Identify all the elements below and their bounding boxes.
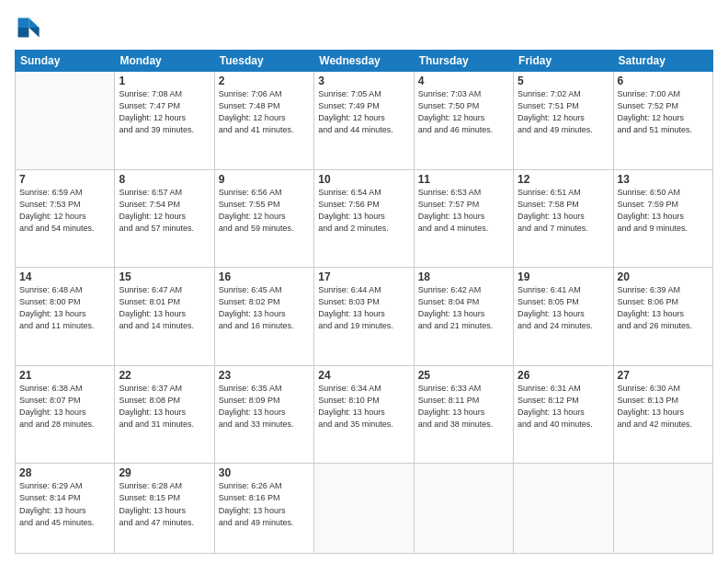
calendar-cell: 15Sunrise: 6:47 AMSunset: 8:01 PMDayligh… <box>115 268 214 366</box>
day-info: Sunrise: 6:29 AMSunset: 8:14 PMDaylight:… <box>19 480 110 528</box>
day-number: 25 <box>418 369 509 382</box>
daylight-text-line1: Daylight: 12 hours <box>119 112 210 124</box>
day-info: Sunrise: 6:30 AMSunset: 8:13 PMDaylight:… <box>618 383 709 431</box>
day-info: Sunrise: 6:48 AMSunset: 8:00 PMDaylight:… <box>19 284 110 332</box>
daylight-text-line2: and and 9 minutes. <box>618 223 709 235</box>
daylight-text-line2: and and 16 minutes. <box>219 320 310 332</box>
calendar-cell: 27Sunrise: 6:30 AMSunset: 8:13 PMDayligh… <box>613 365 712 464</box>
day-info: Sunrise: 7:02 AMSunset: 7:51 PMDaylight:… <box>518 88 609 136</box>
sunrise-text: Sunrise: 6:31 AM <box>518 383 609 395</box>
daylight-text-line1: Daylight: 12 hours <box>219 211 310 223</box>
calendar-cell: 28Sunrise: 6:29 AMSunset: 8:14 PMDayligh… <box>16 464 115 554</box>
calendar-cell: 29Sunrise: 6:28 AMSunset: 8:15 PMDayligh… <box>115 464 214 554</box>
calendar-cell: 7Sunrise: 6:59 AMSunset: 7:53 PMDaylight… <box>16 169 115 268</box>
daylight-text-line2: and and 59 minutes. <box>219 223 310 235</box>
sunrise-text: Sunrise: 7:02 AM <box>518 88 609 100</box>
daylight-text-line1: Daylight: 13 hours <box>219 407 310 419</box>
day-number: 18 <box>418 270 509 283</box>
sunset-text: Sunset: 8:12 PM <box>518 395 609 407</box>
day-number: 30 <box>219 466 310 479</box>
col-header-thursday: Thursday <box>414 51 513 72</box>
sunrise-text: Sunrise: 7:03 AM <box>418 88 509 100</box>
calendar-cell <box>16 72 115 170</box>
day-info: Sunrise: 7:06 AMSunset: 7:48 PMDaylight:… <box>219 88 310 136</box>
calendar: SundayMondayTuesdayWednesdayThursdayFrid… <box>15 50 713 554</box>
daylight-text-line2: and and 54 minutes. <box>19 223 110 235</box>
calendar-cell: 21Sunrise: 6:38 AMSunset: 8:07 PMDayligh… <box>16 365 115 464</box>
day-info: Sunrise: 7:03 AMSunset: 7:50 PMDaylight:… <box>418 88 509 136</box>
svg-marker-1 <box>28 28 39 38</box>
calendar-cell: 18Sunrise: 6:42 AMSunset: 8:04 PMDayligh… <box>414 268 513 366</box>
sunset-text: Sunset: 8:08 PM <box>119 395 210 407</box>
sunrise-text: Sunrise: 6:50 AM <box>618 187 709 199</box>
calendar-cell: 23Sunrise: 6:35 AMSunset: 8:09 PMDayligh… <box>214 365 313 464</box>
sunrise-text: Sunrise: 6:51 AM <box>518 187 609 199</box>
daylight-text-line2: and and 2 minutes. <box>318 223 409 235</box>
calendar-cell: 24Sunrise: 6:34 AMSunset: 8:10 PMDayligh… <box>314 365 414 464</box>
col-header-monday: Monday <box>115 51 214 72</box>
day-number: 23 <box>219 369 310 382</box>
sunset-text: Sunset: 8:14 PM <box>19 492 110 504</box>
day-info: Sunrise: 6:37 AMSunset: 8:08 PMDaylight:… <box>119 383 210 431</box>
sunset-text: Sunset: 8:15 PM <box>119 492 210 504</box>
daylight-text-line1: Daylight: 13 hours <box>418 407 509 419</box>
daylight-text-line2: and and 39 minutes. <box>119 124 210 136</box>
daylight-text-line2: and and 24 minutes. <box>518 320 609 332</box>
calendar-cell: 26Sunrise: 6:31 AMSunset: 8:12 PMDayligh… <box>514 365 613 464</box>
sunrise-text: Sunrise: 6:45 AM <box>219 284 310 296</box>
sunrise-text: Sunrise: 6:39 AM <box>618 284 709 296</box>
calendar-cell: 6Sunrise: 7:00 AMSunset: 7:52 PMDaylight… <box>613 72 712 170</box>
day-number: 20 <box>618 270 709 283</box>
sunrise-text: Sunrise: 6:38 AM <box>19 383 110 395</box>
sunset-text: Sunset: 7:48 PM <box>219 100 310 112</box>
sunset-text: Sunset: 8:16 PM <box>219 492 310 504</box>
sunset-text: Sunset: 8:07 PM <box>19 395 110 407</box>
sunrise-text: Sunrise: 6:35 AM <box>219 383 310 395</box>
daylight-text-line1: Daylight: 13 hours <box>19 308 110 320</box>
calendar-cell: 9Sunrise: 6:56 AMSunset: 7:55 PMDaylight… <box>214 169 313 268</box>
daylight-text-line2: and and 26 minutes. <box>618 320 709 332</box>
day-number: 9 <box>219 173 310 186</box>
week-row-2: 7Sunrise: 6:59 AMSunset: 7:53 PMDaylight… <box>16 169 713 268</box>
calendar-cell <box>514 464 613 554</box>
day-info: Sunrise: 6:54 AMSunset: 7:56 PMDaylight:… <box>318 187 409 235</box>
sunset-text: Sunset: 7:54 PM <box>119 199 210 211</box>
daylight-text-line1: Daylight: 13 hours <box>518 308 609 320</box>
sunrise-text: Sunrise: 6:44 AM <box>318 284 409 296</box>
daylight-text-line2: and and 11 minutes. <box>19 320 110 332</box>
day-number: 12 <box>518 173 609 186</box>
sunset-text: Sunset: 8:13 PM <box>618 395 709 407</box>
daylight-text-line1: Daylight: 13 hours <box>19 505 110 517</box>
day-info: Sunrise: 7:08 AMSunset: 7:47 PMDaylight:… <box>119 88 210 136</box>
calendar-cell: 14Sunrise: 6:48 AMSunset: 8:00 PMDayligh… <box>16 268 115 366</box>
day-number: 15 <box>119 270 210 283</box>
daylight-text-line2: and and 45 minutes. <box>19 517 110 529</box>
daylight-text-line2: and and 40 minutes. <box>518 419 609 431</box>
daylight-text-line1: Daylight: 12 hours <box>418 112 509 124</box>
day-info: Sunrise: 6:51 AMSunset: 7:58 PMDaylight:… <box>518 187 609 235</box>
sunset-text: Sunset: 8:09 PM <box>219 395 310 407</box>
sunset-text: Sunset: 8:10 PM <box>318 395 409 407</box>
day-number: 21 <box>19 369 110 382</box>
calendar-cell: 12Sunrise: 6:51 AMSunset: 7:58 PMDayligh… <box>514 169 613 268</box>
col-header-tuesday: Tuesday <box>214 51 313 72</box>
sunrise-text: Sunrise: 6:26 AM <box>219 480 310 492</box>
day-number: 4 <box>418 75 509 87</box>
daylight-text-line1: Daylight: 13 hours <box>418 308 509 320</box>
sunset-text: Sunset: 8:02 PM <box>219 296 310 308</box>
day-info: Sunrise: 6:39 AMSunset: 8:06 PMDaylight:… <box>618 284 709 332</box>
logo-icon <box>15 15 40 40</box>
sunset-text: Sunset: 8:06 PM <box>618 296 709 308</box>
day-number: 5 <box>518 75 609 87</box>
sunrise-text: Sunrise: 7:00 AM <box>618 88 709 100</box>
day-number: 27 <box>618 369 709 382</box>
sunrise-text: Sunrise: 7:08 AM <box>119 88 210 100</box>
sunset-text: Sunset: 8:03 PM <box>318 296 409 308</box>
sunset-text: Sunset: 8:00 PM <box>19 296 110 308</box>
daylight-text-line2: and and 31 minutes. <box>119 419 210 431</box>
calendar-cell: 1Sunrise: 7:08 AMSunset: 7:47 PMDaylight… <box>115 72 214 170</box>
page: SundayMondayTuesdayWednesdayThursdayFrid… <box>0 0 728 563</box>
day-number: 11 <box>418 173 509 186</box>
day-number: 28 <box>19 466 110 479</box>
daylight-text-line2: and and 49 minutes. <box>518 124 609 136</box>
